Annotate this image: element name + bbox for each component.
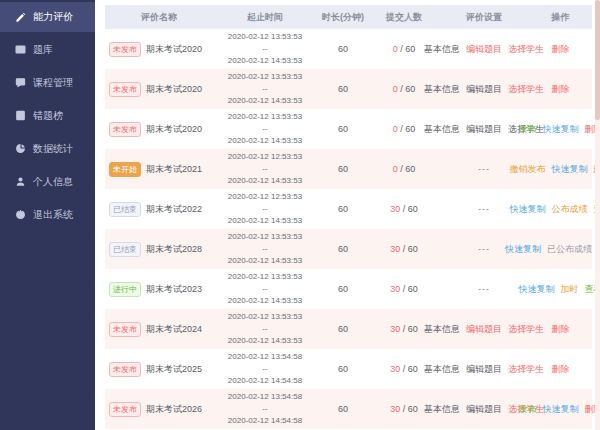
setting-link[interactable]: 基本信息 xyxy=(424,123,460,136)
setting-link[interactable]: 编辑题目 xyxy=(466,403,502,416)
setting-link[interactable]: 选择学生 xyxy=(508,323,544,336)
duration-value: 60 xyxy=(317,389,369,429)
duration-value: 60 xyxy=(317,69,369,109)
table-row: 未开始期末考试20212020-02-12 12:53:53--2020-02-… xyxy=(105,149,592,189)
operations-cell: 快速复制公布成绩查看 xyxy=(529,189,592,229)
sidebar-item-label: 个人信息 xyxy=(33,175,73,189)
table-row: 已结束期末考试20282020-02-12 13:53:53--2020-02-… xyxy=(105,229,592,269)
setting-link[interactable]: 基本信息 xyxy=(424,403,460,416)
setting-link[interactable]: 编辑题目 xyxy=(466,323,502,336)
submitted-number: 30 xyxy=(390,284,400,294)
operation-link[interactable]: 删除 xyxy=(552,43,570,56)
submission-total: / 60 xyxy=(400,284,418,294)
operation-link[interactable]: 删除 xyxy=(552,83,570,96)
status-badge: 已结束 xyxy=(109,242,141,257)
sidebar-item-2[interactable]: 题库 xyxy=(0,34,95,65)
time-range: 2020-02-12 13:53:53--2020-02-12 14:53:53 xyxy=(213,309,317,349)
time-range: 2020-02-12 13:53:53--2020-02-12 14:53:53 xyxy=(213,69,317,109)
settings-cell: --- xyxy=(439,269,529,309)
sidebar-item-5[interactable]: 数据统计 xyxy=(0,133,95,164)
duration-value: 60 xyxy=(317,29,369,69)
setting-link[interactable]: 基本信息 xyxy=(424,43,460,56)
sidebar-item-label: 能力评价 xyxy=(33,10,73,24)
operation-link[interactable]: 公布成绩 xyxy=(552,203,588,216)
pencil-icon xyxy=(14,11,26,23)
setting-link[interactable]: 选择学生 xyxy=(508,43,544,56)
time-range: 2020-02-12 12:53:53--2020-02-12 14:53:53 xyxy=(213,149,317,189)
operation-link[interactable]: 快速复制 xyxy=(510,203,546,216)
sidebar-item-label: 错题榜 xyxy=(33,109,63,123)
operation-link[interactable]: 删除 xyxy=(552,363,570,376)
setting-link[interactable]: 基本信息 xyxy=(424,323,460,336)
setting-link[interactable]: 编辑题目 xyxy=(466,363,502,376)
duration-value: 60 xyxy=(317,349,369,389)
setting-link[interactable]: 基本信息 xyxy=(424,363,460,376)
operation-link[interactable]: 发布 xyxy=(519,123,537,136)
start-time: 2020-02-12 13:54:58 xyxy=(213,351,317,363)
setting-link[interactable]: 编辑题目 xyxy=(466,83,502,96)
submitted-number: 30 xyxy=(390,404,400,414)
table-row: 已结束期末考试20222020-02-12 12:53:53--2020-02-… xyxy=(105,189,592,229)
sidebar-item-3[interactable]: 课程管理 xyxy=(0,67,95,98)
duration-value: 60 xyxy=(317,269,369,309)
time-range: 2020-02-12 13:54:58--2020-02-12 14:54:58 xyxy=(213,349,317,389)
time-range: 2020-02-12 13:53:53--2020-02-12 14:53:53 xyxy=(213,29,317,69)
setting-link[interactable]: 选择学生 xyxy=(508,363,544,376)
exam-name: 期末考试2021 xyxy=(146,163,202,176)
sidebar-item-label: 题库 xyxy=(33,43,53,57)
exam-name: 期末考试2020 xyxy=(146,43,202,56)
operation-link[interactable]: 加时 xyxy=(561,283,579,296)
sidebar-item-6[interactable]: 个人信息 xyxy=(0,166,95,197)
time-separator: -- xyxy=(213,403,317,415)
course-icon xyxy=(14,77,26,89)
operation-link[interactable]: 快速复制 xyxy=(543,123,579,136)
empty-placeholder: --- xyxy=(478,204,490,214)
status-badge: 未发布 xyxy=(109,122,141,137)
operations-cell: 快速复制已公布成绩查看 xyxy=(529,229,592,269)
operation-link[interactable]: 发布 xyxy=(519,403,537,416)
scrollbar-track[interactable] xyxy=(595,0,600,430)
operations-cell: 撤销发布快速复制删除 xyxy=(529,149,592,189)
setting-link[interactable]: 选择学生 xyxy=(508,83,544,96)
sidebar-item-label: 数据统计 xyxy=(33,142,73,156)
duration-value: 60 xyxy=(317,189,369,229)
setting-link[interactable]: 基本信息 xyxy=(424,83,460,96)
status-badge: 未发布 xyxy=(109,362,141,377)
sidebar-item-4[interactable]: 错题榜 xyxy=(0,100,95,131)
bank-icon xyxy=(14,44,26,56)
setting-link[interactable]: 编辑题目 xyxy=(466,43,502,56)
exam-name: 期末考试2022 xyxy=(146,203,202,216)
time-range: 2020-02-12 13:53:53--2020-02-12 14:53:53 xyxy=(213,109,317,149)
exam-name: 期末考试2023 xyxy=(146,283,202,296)
table-row: 未发布期末考试20202020-02-12 13:53:53--2020-02-… xyxy=(105,69,592,109)
end-time: 2020-02-12 14:53:53 xyxy=(213,55,317,67)
end-time: 2020-02-12 14:53:53 xyxy=(213,335,317,347)
operation-link[interactable]: 快速复制 xyxy=(552,163,588,176)
scrollbar-thumb[interactable] xyxy=(595,0,600,120)
sidebar-item-7[interactable]: 退出系统 xyxy=(0,199,95,230)
empty-placeholder: --- xyxy=(478,164,490,174)
operation-link[interactable]: 撤销发布 xyxy=(510,163,546,176)
operation-link[interactable]: 快速复制 xyxy=(519,283,555,296)
table-row: 进行中期末考试20232020-02-12 13:53:53--2020-02-… xyxy=(105,269,592,309)
stats-icon xyxy=(14,143,26,155)
operation-link[interactable]: 快速复制 xyxy=(543,403,579,416)
main-content: 评价名称起止时间时长(分钟)提交人数评价设置操作 未发布期末考试20202020… xyxy=(95,0,600,430)
operation-link[interactable]: 删除 xyxy=(552,323,570,336)
user-icon xyxy=(14,176,26,188)
submitted-number: 30 xyxy=(390,324,400,334)
time-separator: -- xyxy=(213,203,317,215)
operation-link[interactable]: 快速复制 xyxy=(505,243,541,256)
submitted-number: 30 xyxy=(390,364,400,374)
end-time: 2020-02-12 14:54:58 xyxy=(213,415,317,427)
table-row: 未发布期末考试20252020-02-12 13:54:58--2020-02-… xyxy=(105,349,592,389)
empty-placeholder: --- xyxy=(478,284,490,294)
sidebar-item-1[interactable]: 能力评价 xyxy=(0,2,95,32)
end-time: 2020-02-12 14:53:53 xyxy=(213,95,317,107)
setting-link[interactable]: 编辑题目 xyxy=(466,123,502,136)
exam-name: 期末考试2020 xyxy=(146,123,202,136)
time-separator: -- xyxy=(213,283,317,295)
submission-count: 30 / 60 xyxy=(369,189,439,229)
submitted-number: 30 xyxy=(390,204,400,214)
operation-link[interactable]: 已公布成绩 xyxy=(547,243,592,256)
